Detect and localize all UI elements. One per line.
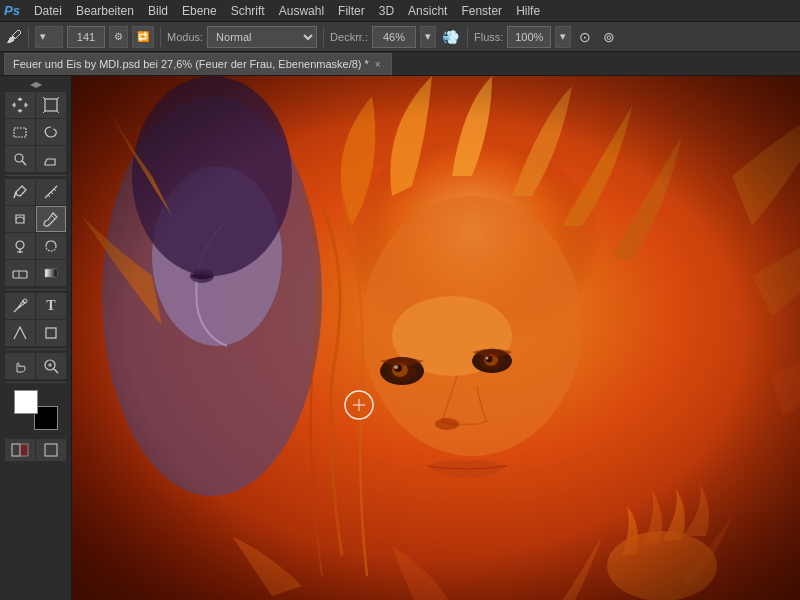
tool-row-6 (5, 233, 66, 259)
path-selection-tool[interactable] (5, 320, 35, 346)
brush-tool-icon: 🖌 (6, 28, 22, 46)
mode-label: Modus: (167, 31, 203, 43)
opacity-label: Deckrr.: (330, 31, 368, 43)
menu-filter[interactable]: Filter (332, 2, 371, 20)
svg-rect-26 (12, 444, 20, 456)
brush-toggle-btn[interactable]: 🔁 (132, 26, 154, 48)
separator-1 (28, 27, 29, 47)
panel-collapse-btn[interactable]: ◀▶ (30, 80, 42, 89)
tool-row-1 (5, 92, 66, 118)
tool-row-extra (5, 439, 66, 461)
svg-line-23 (54, 369, 58, 373)
tool-row-8: T (5, 293, 66, 319)
menu-ansicht[interactable]: Ansicht (402, 2, 453, 20)
svg-point-6 (15, 154, 23, 162)
brush-size-input[interactable] (67, 26, 105, 48)
svg-rect-19 (45, 269, 57, 277)
menu-3d[interactable]: 3D (373, 2, 400, 20)
screen-mode-btn[interactable] (36, 439, 66, 461)
svg-line-7 (22, 161, 26, 165)
svg-rect-27 (20, 444, 28, 456)
svg-rect-17 (13, 271, 27, 278)
tab-bar: Feuer und Eis by MDI.psd bei 27,6% (Feue… (0, 52, 800, 76)
separator-4 (467, 27, 468, 47)
menu-schrift[interactable]: Schrift (225, 2, 271, 20)
flow-arrow[interactable]: ▾ (555, 26, 571, 48)
move-tool[interactable] (5, 92, 35, 118)
artwork (72, 76, 800, 600)
svg-rect-0 (45, 99, 57, 111)
clone-stamp-tool[interactable] (5, 233, 35, 259)
symmetry-icon[interactable]: ⊚ (603, 29, 615, 45)
tool-row-7 (5, 260, 66, 286)
ruler-tool[interactable] (36, 179, 66, 205)
svg-line-1 (43, 97, 45, 99)
menu-fenster[interactable]: Fenster (455, 2, 508, 20)
menu-datei[interactable]: Datei (28, 2, 68, 20)
tool-row-9 (5, 320, 66, 346)
pen-tool[interactable] (5, 293, 35, 319)
svg-line-12 (54, 189, 56, 191)
svg-rect-5 (14, 128, 26, 137)
blend-mode-select[interactable]: Normal Multiplizieren Abwedeln (207, 26, 317, 48)
tool-row-2 (5, 119, 66, 145)
tool-sep-1 (6, 175, 66, 176)
tab-title: Feuer und Eis by MDI.psd bei 27,6% (Feue… (13, 58, 369, 70)
airbrush-icon[interactable]: 💨 (442, 29, 459, 45)
brush-tool active[interactable] (36, 206, 66, 232)
menu-auswahl[interactable]: Auswahl (273, 2, 330, 20)
opacity-arrow[interactable]: ▾ (420, 26, 436, 48)
toolbox: ◀▶ (0, 76, 72, 600)
canvas-area[interactable] (72, 76, 800, 600)
type-tool[interactable]: T (36, 293, 66, 319)
menu-bearbeiten[interactable]: Bearbeiten (70, 2, 140, 20)
svg-line-2 (57, 97, 59, 99)
gradient-tool[interactable] (36, 260, 66, 286)
app-logo: Ps (4, 3, 20, 18)
svg-rect-28 (45, 444, 57, 456)
marquee-tool[interactable] (5, 119, 35, 145)
menu-bild[interactable]: Bild (142, 2, 174, 20)
opacity-input[interactable] (372, 26, 416, 48)
svg-rect-21 (46, 328, 56, 338)
shape-tool[interactable] (36, 320, 66, 346)
tool-sep-3 (6, 349, 66, 350)
eyedropper-tool[interactable] (5, 179, 35, 205)
tab-close-btn[interactable]: × (375, 59, 381, 70)
brush-options-btn[interactable]: ⚙ (109, 26, 128, 48)
tool-row-5 (5, 206, 66, 232)
transform-tool[interactable] (36, 146, 66, 172)
tool-row-10 (5, 353, 66, 379)
foreground-color-swatch[interactable] (14, 390, 38, 414)
svg-rect-51 (72, 76, 800, 600)
menu-ebene[interactable]: Ebene (176, 2, 223, 20)
document-tab[interactable]: Feuer und Eis by MDI.psd bei 27,6% (Feue… (4, 53, 392, 75)
tool-row-4 (5, 179, 66, 205)
stylus-pressure-icon[interactable]: ⊙ (579, 29, 591, 45)
quick-select-tool[interactable] (5, 146, 35, 172)
options-bar: 🖌 ▾ ⚙ 🔁 Modus: Normal Multiplizieren Abw… (0, 22, 800, 52)
menu-hilfe[interactable]: Hilfe (510, 2, 546, 20)
patch-tool[interactable] (5, 206, 35, 232)
eraser-tool[interactable] (5, 260, 35, 286)
quick-mask-btn[interactable] (5, 439, 35, 461)
separator-3 (323, 27, 324, 47)
svg-line-11 (51, 192, 53, 194)
flow-input[interactable] (507, 26, 551, 48)
menu-bar: Ps Datei Bearbeiten Bild Ebene Schrift A… (0, 0, 800, 22)
brush-preset-picker[interactable]: ▾ (35, 26, 63, 48)
svg-line-4 (57, 111, 59, 113)
svg-line-3 (43, 111, 45, 113)
svg-line-13 (51, 215, 55, 219)
zoom-tool[interactable] (36, 353, 66, 379)
hand-tool[interactable] (5, 353, 35, 379)
color-swatches[interactable] (14, 390, 58, 430)
svg-line-8 (14, 192, 16, 198)
workspace: ◀▶ (0, 76, 800, 600)
svg-point-14 (16, 241, 24, 249)
artboard-tool[interactable] (36, 92, 66, 118)
svg-line-10 (48, 195, 50, 197)
history-brush-tool[interactable] (36, 233, 66, 259)
separator-2 (160, 27, 161, 47)
lasso-tool[interactable] (36, 119, 66, 145)
